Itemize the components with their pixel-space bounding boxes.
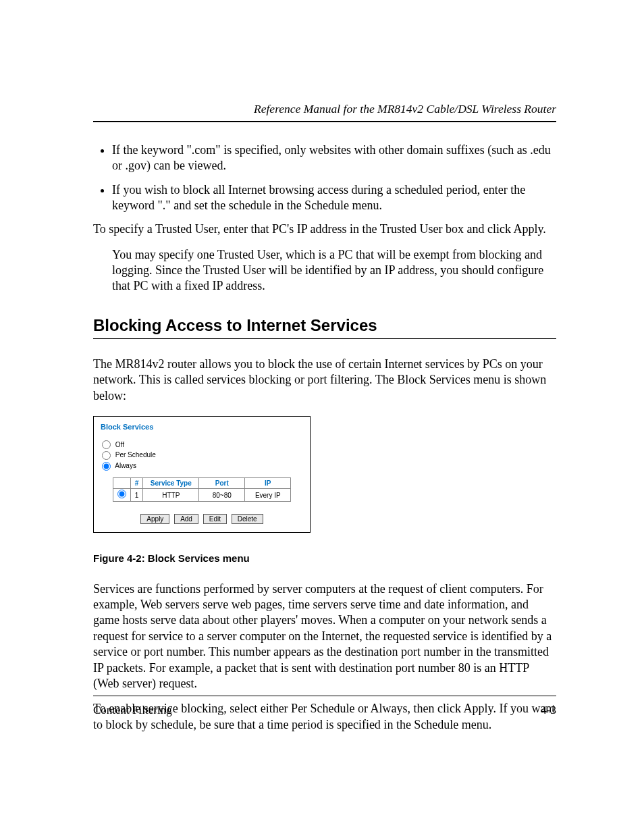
delete-button[interactable]: Delete: [232, 514, 263, 524]
edit-button[interactable]: Edit: [203, 514, 227, 524]
paragraph-trusted-detail: You may specify one Trusted User, which …: [112, 247, 556, 294]
footer-left: Content Filtering: [93, 703, 172, 718]
paragraph-services-intro: The MR814v2 router allows you to block t…: [93, 357, 556, 404]
figure-caption: Figure 4-2: Block Services menu: [93, 552, 556, 565]
table-row[interactable]: 1 HTTP 80~80 Every IP: [113, 489, 291, 502]
panel-buttons: Apply Add Edit Delete: [101, 514, 303, 524]
col-num: #: [130, 478, 143, 489]
option-off[interactable]: Off: [101, 440, 303, 450]
paragraph-trusted-intro: To specify a Trusted User, enter that PC…: [93, 221, 556, 237]
footer-rule: [93, 696, 556, 696]
bullet-item: If the keyword ".com" is specified, only…: [112, 142, 556, 174]
panel-options: Off Per Schedule Always: [101, 440, 303, 471]
apply-button[interactable]: Apply: [140, 514, 169, 524]
cell-select[interactable]: [113, 489, 130, 502]
header-rule: [93, 121, 556, 122]
option-per-schedule[interactable]: Per Schedule: [101, 450, 303, 460]
block-services-panel: Block Services Off Per Schedule Always #…: [93, 416, 311, 533]
option-always[interactable]: Always: [101, 461, 303, 471]
option-per-schedule-label: Per Schedule: [115, 451, 156, 459]
table-header-row: # Service Type Port IP: [113, 478, 291, 489]
bullet-list: If the keyword ".com" is specified, only…: [93, 142, 556, 214]
add-button[interactable]: Add: [174, 514, 198, 524]
cell-num: 1: [130, 489, 143, 502]
option-off-label: Off: [115, 441, 124, 448]
page-footer: Content Filtering 4-3: [93, 696, 556, 718]
radio-always[interactable]: [102, 462, 111, 471]
services-table: # Service Type Port IP 1 HTTP 80~80 Ever…: [113, 477, 292, 502]
col-ip: IP: [245, 478, 291, 489]
bullet-item: If you wish to block all Internet browsi…: [112, 182, 556, 214]
cell-port: 80~80: [199, 489, 245, 502]
paragraph-services-body: Services are functions performed by serv…: [93, 581, 556, 692]
section-heading: Blocking Access to Internet Services: [93, 315, 556, 336]
section-rule: [93, 338, 556, 339]
cell-ip: Every IP: [245, 489, 291, 502]
radio-per-schedule[interactable]: [102, 451, 111, 460]
radio-off[interactable]: [102, 440, 111, 449]
page: Reference Manual for the MR814v2 Cable/D…: [0, 0, 644, 834]
cell-service-type: HTTP: [143, 489, 199, 502]
col-port: Port: [199, 478, 245, 489]
col-select: [113, 478, 130, 489]
running-header: Reference Manual for the MR814v2 Cable/D…: [93, 101, 556, 117]
col-service-type: Service Type: [143, 478, 199, 489]
row-radio[interactable]: [117, 490, 126, 498]
footer-right: 4-3: [541, 703, 556, 718]
panel-title: Block Services: [101, 422, 303, 432]
option-always-label: Always: [115, 462, 136, 469]
